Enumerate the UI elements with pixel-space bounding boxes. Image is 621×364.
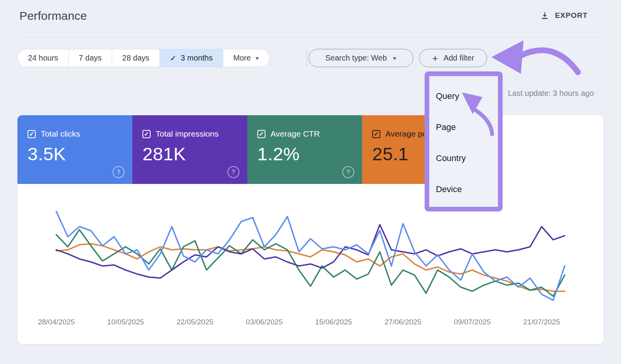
toolbar-divider (307, 50, 307, 66)
metric-card-average-ctr[interactable]: ✓ Average CTR 1.2% ? (247, 115, 362, 184)
checkbox-checked-icon[interactable]: ✓ (28, 130, 36, 138)
metric-card-total-impressions[interactable]: ✓ Total impressions 281K ? (132, 115, 247, 184)
x-axis-tick: 09/07/2025 (454, 318, 491, 326)
chevron-down-icon: ▼ (392, 56, 397, 61)
checkbox-checked-icon[interactable]: ✓ (372, 130, 380, 138)
metric-value: 281K (142, 143, 247, 165)
date-range-7-days[interactable]: ✓ 7 days ▼ (68, 49, 112, 67)
x-axis-tick: 21/07/2025 (523, 318, 560, 326)
help-icon[interactable]: ? (113, 166, 125, 178)
metric-label: Average CTR (271, 129, 320, 139)
filter-menu-item-page[interactable]: Page (429, 112, 498, 143)
checkbox-checked-icon[interactable]: ✓ (257, 130, 265, 138)
date-range-28-days[interactable]: ✓ 28 days ▼ (112, 49, 160, 67)
performance-panel: ✓ Total clicks 3.5K ? ✓ Total impression… (17, 115, 604, 344)
date-range-3-months[interactable]: ✓ 3 months ▼ (160, 49, 223, 67)
date-range-more[interactable]: ✓ More ▼ (223, 49, 269, 67)
export-button[interactable]: EXPORT (538, 10, 590, 21)
metric-label: Total impressions (156, 129, 219, 139)
metric-value: 1.2% (257, 143, 362, 165)
export-label: EXPORT (555, 11, 588, 20)
page-title: Performance (19, 9, 87, 23)
x-axis-tick: 22/05/2025 (177, 318, 213, 326)
filter-dropdown-menu: QueryPageCountryDevice (425, 71, 503, 211)
performance-chart[interactable] (17, 187, 604, 315)
help-icon[interactable]: ? (227, 166, 239, 178)
header-divider (17, 37, 604, 38)
filter-menu-item-country[interactable]: Country (429, 143, 498, 174)
download-icon (540, 10, 550, 20)
x-axis-tick: 10/05/2025 (107, 318, 144, 326)
filter-menu-item-query[interactable]: Query (429, 81, 498, 112)
metric-cards-row: ✓ Total clicks 3.5K ? ✓ Total impression… (17, 115, 477, 184)
filter-menu-item-device[interactable]: Device (429, 174, 498, 205)
metric-label: Total clicks (41, 129, 80, 139)
metric-value: 3.5K (28, 143, 132, 165)
search-type-button[interactable]: Search type: Web ▼ (309, 49, 413, 67)
add-filter-button[interactable]: + Add filter (419, 49, 487, 67)
x-axis-tick: 27/06/2025 (385, 318, 422, 326)
plus-icon: + (432, 53, 438, 63)
date-range-24-hours[interactable]: ✓ 24 hours ▼ (18, 49, 68, 67)
x-axis-tick: 15/06/2025 (315, 318, 352, 326)
search-type-label: Search type: Web (325, 54, 387, 62)
x-axis-tick: 28/04/2025 (38, 318, 75, 326)
metric-card-total-clicks[interactable]: ✓ Total clicks 3.5K ? (17, 115, 132, 184)
last-update-text: Last update: 3 hours ago (508, 89, 594, 98)
chart-line-total-clicks (56, 211, 565, 300)
x-axis-tick: 03/06/2025 (246, 318, 283, 326)
help-icon[interactable]: ? (342, 166, 354, 178)
checkbox-checked-icon[interactable]: ✓ (142, 130, 151, 138)
add-filter-label: Add filter (444, 54, 474, 62)
date-range-group: ✓ 24 hours ▼ ✓ 7 days ▼ ✓ 28 days ▼ ✓ 3 … (17, 49, 270, 67)
chevron-down-icon: ▼ (255, 56, 260, 61)
check-icon: ✓ (170, 54, 177, 63)
